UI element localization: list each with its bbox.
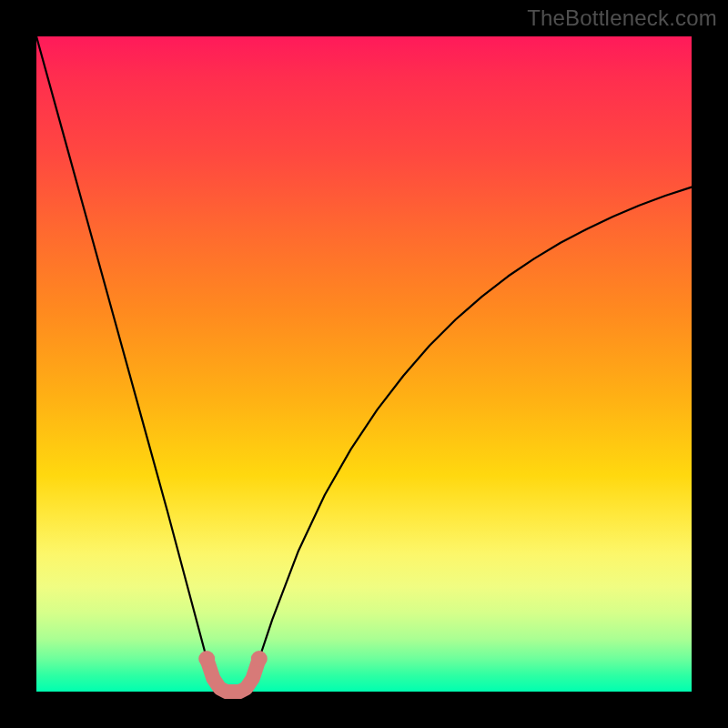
optimal-band bbox=[207, 659, 259, 692]
optimal-band-dots bbox=[198, 651, 268, 667]
optimal-band-endpoint bbox=[198, 651, 215, 667]
chart-svg bbox=[36, 36, 692, 692]
optimal-band-endpoint bbox=[251, 651, 268, 667]
bottleneck-curve bbox=[36, 36, 692, 692]
watermark-text: TheBottleneck.com bbox=[527, 5, 717, 31]
plot-area bbox=[36, 36, 692, 692]
chart-frame: TheBottleneck.com bbox=[0, 0, 728, 728]
